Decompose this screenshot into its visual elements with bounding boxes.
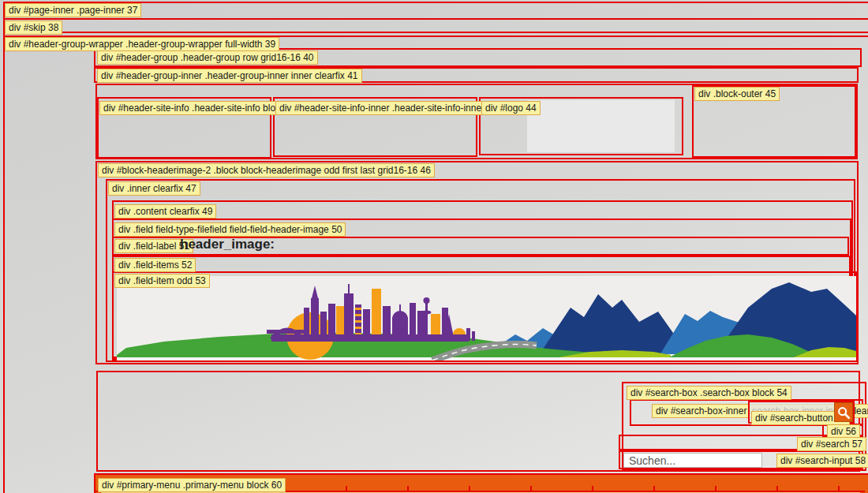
debug-outline-page: { "colors": { "red": "#e60000", "label_b… — [0, 0, 868, 493]
debug-label-search-box: div #search-box .search-box block 54 — [627, 386, 791, 400]
debug-label-search-input: div #search-input 58 — [776, 454, 868, 468]
debug-label-header-group: div #header-group .header-group row grid… — [97, 50, 318, 65]
debug-label-header-group-wrapper: div #header-group-wrapper .header-group-… — [5, 37, 279, 51]
debug-label-header-group-inner: div #header-group-inner .header-group-in… — [97, 69, 362, 83]
debug-label-primary-menu: div #primary-menu .primary-menu block 60 — [98, 478, 286, 492]
outline-skip — [3, 18, 868, 33]
debug-label-block-outer: div .block-outer 45 — [694, 87, 780, 101]
debug-label-search: div #search 57 — [797, 437, 866, 451]
debug-label-field-items: div .field-items 52 — [114, 258, 196, 272]
search-input[interactable] — [623, 453, 762, 468]
debug-label-inner-clearfix: div .inner clearfix 47 — [108, 181, 200, 196]
debug-label-page-inner: div #page-inner .page-inner 37 — [5, 3, 141, 17]
debug-label-logo: div #logo 44 — [481, 101, 541, 115]
debug-label-header-site-info: div #header-site-info .header-site-info … — [99, 101, 302, 115]
logo-placeholder — [527, 100, 675, 152]
field-label-text: header_image: — [180, 237, 275, 252]
debug-label-content-clearfix: div .content clearfix 49 — [114, 204, 216, 218]
search-button[interactable] — [834, 402, 853, 422]
search-icon — [836, 405, 851, 420]
debug-label-block-headerimage: div #block-headerimage-2 .block block-he… — [98, 163, 435, 177]
debug-label-field: div .field field-type-filefield field-fi… — [114, 222, 346, 237]
debug-label-skip: div #skip 38 — [5, 21, 62, 35]
debug-label-field-item: div .field-item odd 53 — [114, 274, 210, 288]
header-image — [117, 276, 856, 360]
